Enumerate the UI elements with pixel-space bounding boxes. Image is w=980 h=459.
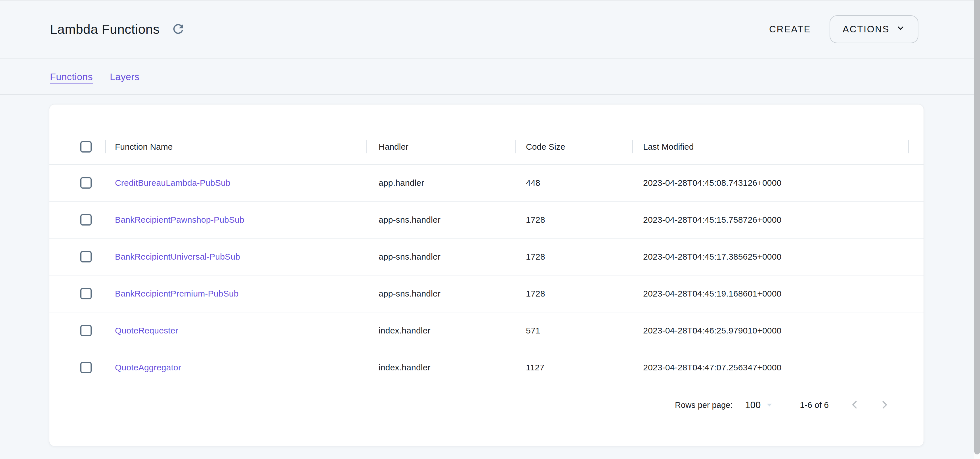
- row-checkbox[interactable]: [80, 251, 92, 263]
- row-spacer-cell: [908, 312, 924, 349]
- rows-per-page-select[interactable]: 100: [745, 400, 772, 410]
- function-name-cell: QuoteAggregator: [105, 349, 366, 386]
- tab-layers[interactable]: Layers: [110, 71, 139, 82]
- handler-cell: app-sns.handler: [366, 276, 515, 312]
- code-size-cell: 1728: [515, 202, 632, 238]
- column-header-code-size[interactable]: Code Size: [515, 129, 632, 164]
- scrollbar-thumb[interactable]: [974, 0, 980, 454]
- row-checkbox-cell: [49, 239, 105, 275]
- handler-cell: index.handler: [366, 349, 515, 386]
- last-modified-cell: 2023-04-28T04:47:07.256347+0000: [632, 349, 908, 386]
- row-checkbox-cell: [49, 312, 105, 349]
- row-spacer-cell: [908, 276, 924, 312]
- function-name-link[interactable]: CreditBureauLambda-PubSub: [115, 178, 231, 188]
- column-header-last-modified[interactable]: Last Modified: [632, 129, 908, 164]
- function-name-cell: BankRecipientPawnshop-PubSub: [105, 202, 366, 238]
- chevron-down-icon: [896, 23, 905, 35]
- tabs-bar: Functions Layers: [0, 59, 974, 95]
- scrollbar-track: [974, 0, 980, 459]
- handler-cell: app-sns.handler: [366, 202, 515, 238]
- table-pagination: Rows per page: 100 1-6 of 6: [49, 386, 924, 424]
- table-row: QuoteRequester index.handler 571 2023-04…: [49, 312, 924, 349]
- next-page-button[interactable]: [876, 397, 893, 414]
- function-name-cell: BankRecipientPremium-PubSub: [105, 276, 366, 312]
- code-size-cell: 1728: [515, 276, 632, 312]
- rows-per-page-label: Rows per page:: [675, 400, 732, 410]
- row-checkbox-cell: [49, 349, 105, 386]
- row-checkbox[interactable]: [80, 214, 92, 226]
- handler-cell: index.handler: [366, 312, 515, 349]
- code-size-cell: 448: [515, 165, 632, 201]
- table-row: CreditBureauLambda-PubSub app.handler 44…: [49, 165, 924, 202]
- code-size-cell: 1127: [515, 349, 632, 386]
- table-body: CreditBureauLambda-PubSub app.handler 44…: [49, 165, 924, 386]
- functions-table: Function Name Handler Code Size Last Mod…: [49, 129, 924, 424]
- column-header-function-name[interactable]: Function Name: [105, 129, 366, 164]
- function-name-cell: CreditBureauLambda-PubSub: [105, 165, 366, 201]
- row-spacer-cell: [908, 165, 924, 201]
- row-checkbox[interactable]: [80, 362, 92, 373]
- column-header-spacer: [908, 129, 924, 164]
- function-name-link[interactable]: BankRecipientUniversal-PubSub: [115, 252, 240, 261]
- create-button[interactable]: CREATE: [762, 19, 818, 40]
- row-spacer-cell: [908, 349, 924, 386]
- handler-cell: app-sns.handler: [366, 239, 515, 275]
- function-name-cell: BankRecipientUniversal-PubSub: [105, 239, 366, 275]
- rows-per-page-value: 100: [745, 400, 760, 410]
- code-size-cell: 1728: [515, 239, 632, 275]
- actions-button-label: ACTIONS: [843, 24, 889, 35]
- handler-cell: app.handler: [366, 165, 515, 201]
- tab-functions[interactable]: Functions: [50, 71, 93, 82]
- function-name-link[interactable]: BankRecipientPremium-PubSub: [115, 289, 239, 298]
- row-checkbox-cell: [49, 202, 105, 238]
- table-header-row: Function Name Handler Code Size Last Mod…: [49, 129, 924, 165]
- lambda-functions-page: Lambda Functions CREATE ACTIONS Function…: [0, 0, 980, 459]
- function-name-cell: QuoteRequester: [105, 312, 366, 349]
- header-checkbox-cell: [49, 129, 105, 164]
- chevron-left-icon: [849, 399, 861, 411]
- page-header: Lambda Functions CREATE ACTIONS: [0, 0, 974, 59]
- refresh-button[interactable]: [169, 20, 187, 38]
- pagination-range-label: 1-6 of 6: [800, 400, 829, 410]
- last-modified-cell: 2023-04-28T04:45:15.758726+0000: [632, 202, 908, 238]
- last-modified-cell: 2023-04-28T04:46:25.979010+0000: [632, 312, 908, 349]
- select-caret-icon: [767, 403, 772, 406]
- code-size-cell: 571: [515, 312, 632, 349]
- previous-page-button[interactable]: [846, 397, 863, 414]
- function-name-link[interactable]: QuoteRequester: [115, 326, 178, 335]
- row-checkbox-cell: [49, 165, 105, 201]
- table-row: QuoteAggregator index.handler 1127 2023-…: [49, 349, 924, 386]
- function-name-link[interactable]: BankRecipientPawnshop-PubSub: [115, 215, 244, 225]
- actions-button[interactable]: ACTIONS: [830, 15, 918, 43]
- function-name-link[interactable]: QuoteAggregator: [115, 363, 181, 372]
- refresh-icon: [171, 22, 186, 37]
- row-checkbox-cell: [49, 276, 105, 312]
- select-all-checkbox[interactable]: [80, 141, 92, 153]
- table-row: BankRecipientPremium-PubSub app-sns.hand…: [49, 276, 924, 312]
- table-row: BankRecipientUniversal-PubSub app-sns.ha…: [49, 239, 924, 276]
- header-actions: CREATE ACTIONS: [762, 15, 918, 43]
- last-modified-cell: 2023-04-28T04:45:08.743126+0000: [632, 165, 908, 201]
- row-checkbox[interactable]: [80, 288, 92, 300]
- page-title: Lambda Functions: [50, 22, 159, 37]
- row-checkbox[interactable]: [80, 177, 92, 189]
- row-spacer-cell: [908, 239, 924, 275]
- table-row: BankRecipientPawnshop-PubSub app-sns.han…: [49, 202, 924, 239]
- functions-table-card: Function Name Handler Code Size Last Mod…: [49, 104, 924, 446]
- column-header-handler[interactable]: Handler: [366, 129, 515, 164]
- last-modified-cell: 2023-04-28T04:45:17.385625+0000: [632, 239, 908, 275]
- row-checkbox[interactable]: [80, 325, 92, 336]
- last-modified-cell: 2023-04-28T04:45:19.168601+0000: [632, 276, 908, 312]
- chevron-right-icon: [878, 399, 890, 411]
- row-spacer-cell: [908, 202, 924, 238]
